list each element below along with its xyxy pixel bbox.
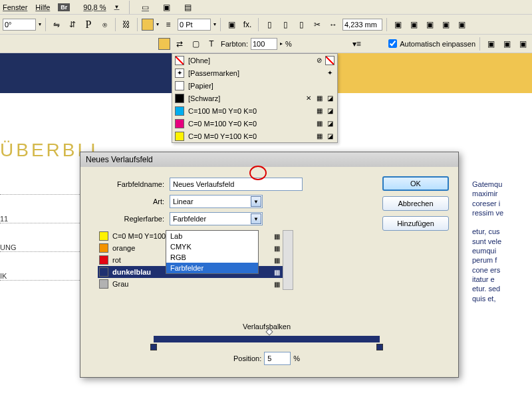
scrollbar[interactable] xyxy=(283,230,293,290)
align-left-icon[interactable]: ▯ xyxy=(263,18,276,31)
fit-icon-3[interactable]: ▣ xyxy=(423,18,436,31)
regler-label: Reglerfarbe: xyxy=(90,215,170,223)
name-label: Farbfeldname: xyxy=(90,180,170,188)
fit-icon[interactable]: ▣ xyxy=(391,18,404,31)
dropdown-option[interactable]: Farbfelder xyxy=(166,263,258,273)
misc-icon-3[interactable]: ▣ xyxy=(516,37,529,51)
stroke-input[interactable] xyxy=(178,19,211,31)
stopcolor-combo[interactable] xyxy=(170,212,263,225)
ok-button[interactable]: OK xyxy=(382,176,449,191)
dropdown-option[interactable]: CMYK xyxy=(166,241,258,252)
screen-icon[interactable]: ▣ xyxy=(160,1,174,14)
chain-icon[interactable]: ⛓ xyxy=(120,18,133,31)
type-combo[interactable] xyxy=(170,195,263,208)
group-icon[interactable]: ▣ xyxy=(225,18,238,31)
fit-icon-4[interactable]: ▣ xyxy=(439,18,452,31)
misc-icon-1[interactable]: ▣ xyxy=(484,37,497,51)
size-icon[interactable]: ↔ xyxy=(327,18,340,31)
position-label: Position: xyxy=(233,354,261,362)
cmyk-icon: ◪ xyxy=(325,106,334,116)
dialog-title: Neues Verlaufsfeld xyxy=(80,152,458,167)
swatches-panel: [Ohne]⊘ [Passermarken]✦ [Papier] [Schwar… xyxy=(172,53,338,143)
width-input[interactable] xyxy=(342,19,382,31)
doc-body-text-2: Gatemqu maximir coreser i ressim ve etur… xyxy=(472,180,532,303)
angle-input[interactable] xyxy=(3,19,36,31)
view-icon[interactable]: ▭ xyxy=(139,1,152,14)
p-icon[interactable]: P xyxy=(82,18,95,31)
fill-stroke-proxy[interactable] xyxy=(158,38,170,50)
dropdown-option[interactable]: Lab xyxy=(166,231,258,241)
menu-fenster[interactable]: Fenster xyxy=(3,3,27,11)
process-icon: ▦ xyxy=(272,231,281,241)
none-icon: ⊘ xyxy=(315,56,324,65)
chevron-down-icon[interactable]: ▼ xyxy=(251,196,261,207)
process-icon: ▦ xyxy=(315,119,324,128)
menu-hilfe[interactable]: Hilfe xyxy=(35,3,50,11)
chevron-down-icon[interactable]: ▼ xyxy=(251,213,261,224)
fill-color[interactable] xyxy=(142,19,154,31)
bridge-button[interactable]: Br xyxy=(58,3,70,11)
cmyk-icon: ◪ xyxy=(325,94,334,103)
anchor-icon[interactable]: ⍟ xyxy=(98,18,111,31)
swatch-row[interactable]: C=100 M=0 Y=0 K=0▦◪ xyxy=(172,104,337,117)
dropdown-icon[interactable]: ▾ xyxy=(39,21,41,27)
dropdown-option[interactable]: RGB xyxy=(166,252,258,263)
arrange-icon[interactable]: ▤ xyxy=(182,1,195,14)
process-icon: ▦ xyxy=(272,243,281,253)
swap-icon[interactable]: ⇄ xyxy=(173,37,186,51)
gradient-stop[interactable] xyxy=(376,344,383,350)
fit-icon-2[interactable]: ▣ xyxy=(407,18,420,31)
dropdown-icon[interactable]: ▾ xyxy=(213,21,216,27)
tint-arrow-icon[interactable]: ▸ xyxy=(280,41,283,47)
container-icon[interactable]: ▢ xyxy=(189,37,202,51)
cancel-button[interactable]: Abbrechen xyxy=(382,196,449,211)
process-icon: ▦ xyxy=(272,267,281,277)
crop-icon[interactable]: ✂ xyxy=(311,18,324,31)
zoom-level[interactable]: 90,8 % xyxy=(83,3,106,11)
stopcolor-dropdown: Lab CMYK RGB Farbfelder xyxy=(166,230,259,274)
none-icon xyxy=(325,56,334,65)
align-center-icon[interactable]: ▯ xyxy=(279,18,292,31)
doc-side-list: 11 UNG IK xyxy=(0,186,80,301)
fx-icon[interactable]: fx. xyxy=(241,18,254,31)
list-item[interactable]: Grau▦◪ xyxy=(98,278,293,290)
swatch-row[interactable]: [Ohne]⊘ xyxy=(172,54,337,66)
swatch-row[interactable]: [Papier] xyxy=(172,79,337,92)
process-icon: ▦ xyxy=(272,255,281,265)
add-button[interactable]: Hinzufügen xyxy=(382,216,449,231)
flip-h-icon[interactable]: ⇋ xyxy=(50,18,63,31)
position-input[interactable] xyxy=(264,352,291,365)
autofit-label: Automatisch einpassen xyxy=(400,40,475,48)
new-gradient-dialog: Neues Verlaufsfeld Farbfeldname: Art: ▼ … xyxy=(80,152,459,378)
text-icon[interactable]: T xyxy=(205,37,218,51)
control-toolbar: ▾ ⇋ ⇵ P ⍟ ⛓ ▾ ≡ ▾ ▣ fx. ▯ ▯ ▯ ✂ ↔ ▣ ▣ ▣ … xyxy=(0,15,532,35)
swatch-row[interactable]: [Schwarz]✕▦◪ xyxy=(172,92,337,104)
process-icon: ▦ xyxy=(315,132,324,141)
gradient-ramp[interactable] xyxy=(154,336,380,342)
panel-menu-icon[interactable]: ▾≡ xyxy=(350,37,363,51)
menubar: Fenster Hilfe Br 90,8 % ▼ ▭ ▣ ▤ xyxy=(0,0,532,15)
swatch-row[interactable]: C=0 M=0 Y=100 K=0▦◪ xyxy=(172,130,337,142)
swatch-name-input[interactable] xyxy=(170,178,303,191)
registration-icon: ✦ xyxy=(325,68,334,78)
lock-icon: ✕ xyxy=(304,94,313,103)
fit-icon-5[interactable]: ▣ xyxy=(455,18,468,31)
gradient-stop[interactable] xyxy=(150,344,157,350)
process-icon: ▦ xyxy=(272,279,281,289)
autofit-checkbox[interactable] xyxy=(388,39,397,48)
misc-icon-2[interactable]: ▣ xyxy=(500,37,513,51)
percent-label: % xyxy=(293,354,300,362)
zoom-dropdown-icon[interactable]: ▼ xyxy=(114,4,120,10)
flip-v-icon[interactable]: ⇵ xyxy=(66,18,79,31)
swatch-toolbar: ⇄ ▢ T Farbton: ▸ % ▾≡ Automatisch einpas… xyxy=(0,35,532,53)
swatch-row[interactable]: C=0 M=100 Y=0 K=0▦◪ xyxy=(172,117,337,130)
cmyk-icon: ◪ xyxy=(325,119,334,128)
align-right-icon[interactable]: ▯ xyxy=(295,18,308,31)
fill-dropdown-icon[interactable]: ▾ xyxy=(156,21,159,27)
gradient-ramp-label: Verlaufsbalken xyxy=(154,323,380,331)
cmyk-icon: ◪ xyxy=(325,132,334,141)
swatch-row[interactable]: [Passermarken]✦ xyxy=(172,66,337,79)
process-icon: ▦ xyxy=(315,94,324,103)
stroke-weight-icon[interactable]: ≡ xyxy=(162,18,175,31)
tint-input[interactable] xyxy=(251,38,277,50)
